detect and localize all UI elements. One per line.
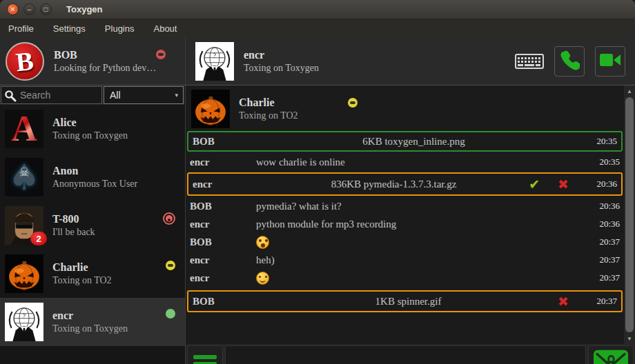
message-text: python module for mp3 recording: [256, 219, 572, 230]
message-author: encr: [190, 219, 256, 230]
cancel-file-button[interactable]: ✖: [558, 178, 569, 191]
message-author: encr: [190, 254, 256, 266]
message-area: Charlie Toxing on TO2 BOB 6KB toxygen_in…: [186, 85, 635, 344]
chat-message: BOB pymedia? what is it? 20:36: [186, 197, 624, 215]
contact-list-item[interactable]: T-800 I'll be back 2: [0, 201, 185, 250]
message-author: BOB: [193, 296, 259, 307]
attachments-menu-button[interactable]: [187, 345, 223, 364]
contact-avatar: ♠☠: [5, 158, 43, 196]
contacts-panel: All ▾ A Alice Toxing on Toxygen ♠☠ Anon …: [0, 85, 186, 364]
contact-status-icon: [166, 261, 175, 270]
titlebar: ✕ – ▢ Toxygen: [0, 0, 635, 19]
accept-file-button[interactable]: ✔: [529, 178, 540, 191]
encrypted-send-envelope-icon: [592, 349, 629, 364]
message-time: 20:35: [589, 156, 620, 168]
chat-message: BOB 1KB spinner.gif ✖ 20:37: [187, 290, 623, 312]
toxygen-window: ✕ – ▢ Toxygen ProfileSettingsPluginsAbou…: [0, 0, 635, 364]
self-profile[interactable]: B BOB Looking for Python dev…: [0, 37, 186, 85]
window-maximize-button[interactable]: ▢: [40, 3, 52, 15]
menu-item[interactable]: Profile: [8, 23, 34, 34]
contact-name: encr: [52, 310, 178, 322]
header: B BOB Looking for Python dev… ? encr Tox…: [0, 37, 635, 85]
contact-name: Anon: [52, 165, 178, 177]
chat-message: encr heh) 20:37: [186, 251, 624, 269]
filter-selected-value: All: [110, 90, 121, 101]
contact-list-item[interactable]: Charlie Toxing on TO2: [0, 250, 185, 298]
chat-message: encr 20:37: [186, 269, 624, 287]
message-time: 20:36: [587, 179, 617, 190]
composer-bar: [186, 344, 635, 364]
message-time: 20:37: [589, 236, 620, 247]
contact-list-item[interactable]: ? encr Toxing on Toxygen: [0, 298, 185, 346]
chat-peer-avatar: [191, 90, 230, 128]
video-camera-icon: [599, 52, 621, 71]
contact-status-message: Anonymous Tox User: [52, 179, 178, 190]
voice-call-button[interactable]: [554, 46, 585, 77]
menu-item[interactable]: Plugins: [105, 23, 135, 34]
message-text: [256, 236, 572, 249]
chat-peer-card[interactable]: Charlie Toxing on TO2: [186, 85, 624, 130]
search-icon: [4, 90, 17, 105]
search-box: [1, 86, 102, 104]
contact-status-message: Toxing on Toxygen: [52, 130, 178, 141]
active-chat-header: ? encr Toxing on Toxygen: [186, 37, 635, 85]
contact-status-message: I'll be back: [52, 227, 178, 238]
self-name: BOB: [54, 49, 156, 61]
contact-name: T-800: [52, 213, 178, 225]
typing-keyboard-icon: [515, 52, 544, 71]
contact-list-item[interactable]: A Alice Toxing on Toxygen: [0, 105, 185, 153]
contact-list-item[interactable]: ♠☠ Anon Anonymous Tox User: [0, 153, 185, 201]
message-author: BOB: [190, 201, 256, 212]
scroll-down-arrow-icon[interactable]: ▼: [624, 333, 635, 344]
chat-message: encr 836KB pymedia-1.3.7.3.tar.gz ✔✖ 20:…: [187, 172, 623, 196]
menubar: ProfileSettingsPluginsAbout: [0, 19, 635, 37]
message-text: [256, 272, 572, 285]
chat-message: encr python module for mp3 recording 20:…: [186, 215, 624, 233]
chat-peer-status-icon: [348, 98, 358, 108]
file-transfer-name: 6KB toxygen_inline.png: [259, 136, 569, 148]
message-time: 20:36: [589, 201, 620, 212]
message-input[interactable]: [225, 345, 586, 364]
contact-status-icon: [163, 212, 175, 225]
chevron-down-icon: ▾: [175, 92, 178, 99]
menu-item[interactable]: About: [153, 23, 177, 34]
message-time: 20:37: [589, 254, 620, 265]
contact-status-message: Toxing on Toxygen: [52, 323, 178, 334]
message-author: encr: [193, 179, 259, 190]
peer-name: encr: [244, 49, 319, 61]
message-time: 20:37: [587, 296, 617, 307]
message-author: encr: [190, 156, 256, 168]
chat-scrollbar[interactable]: ▲ ▼: [624, 85, 635, 344]
peer-status-message: Toxing on Toxygen: [244, 63, 319, 74]
window-close-button[interactable]: ✕: [7, 3, 19, 15]
chat-message: BOB 6KB toxygen_inline.png 20:35: [187, 131, 623, 152]
cancel-file-button[interactable]: ✖: [558, 295, 569, 308]
chat-message: BOB 20:37: [186, 233, 624, 251]
hamburger-menu-icon: [193, 355, 217, 359]
scroll-up-arrow-icon[interactable]: ▲: [624, 85, 635, 97]
self-avatar: B: [6, 42, 44, 81]
self-status-icon[interactable]: [156, 50, 166, 59]
contact-avatar: ?: [5, 303, 43, 341]
send-message-button[interactable]: [588, 345, 634, 364]
contact-status-icon: [166, 309, 175, 318]
video-call-button[interactable]: [595, 46, 625, 77]
chat-peer-status-message: Toxing on TO2: [239, 110, 618, 121]
message-text: wow charlie is online: [256, 156, 572, 168]
message-text: pymedia? what is it?: [256, 201, 572, 212]
contact-avatar: A: [5, 110, 43, 148]
message-author: BOB: [193, 136, 259, 148]
phone-icon: [559, 50, 580, 73]
contact-filter-dropdown[interactable]: All ▾: [104, 86, 184, 104]
peer-avatar: ?: [195, 42, 234, 81]
scrollbar-thumb[interactable]: [625, 97, 634, 332]
message-time: 20:36: [589, 219, 620, 230]
unread-count-badge: 2: [30, 232, 47, 245]
menu-item[interactable]: Settings: [53, 23, 86, 34]
contact-name: Alice: [52, 117, 178, 129]
contact-status-message: Toxing on TO2: [52, 275, 178, 286]
window-minimize-button[interactable]: –: [23, 3, 35, 15]
message-time: 20:37: [589, 272, 620, 283]
message-time: 20:35: [587, 136, 617, 147]
smiley-face-icon: [256, 272, 269, 285]
